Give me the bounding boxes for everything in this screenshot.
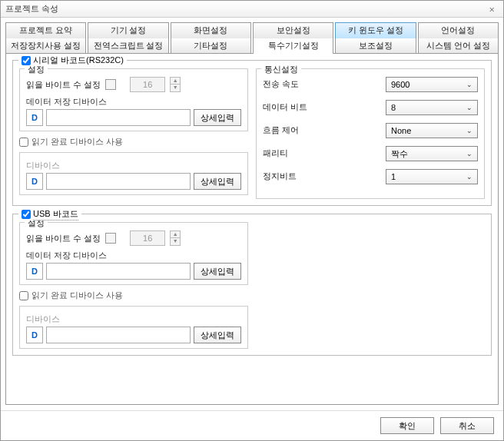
serial-data-device-input[interactable] (46, 109, 191, 126)
serial-byte-spinner: ▲ ▼ (170, 77, 181, 92)
tab-storage-usage[interactable]: 저장장치사용 설정 (5, 38, 86, 54)
usb-barcode-checkbox[interactable] (22, 210, 31, 219)
usb-byte-checkbox[interactable] (105, 233, 116, 244)
stopbit-select[interactable]: 1⌄ (386, 169, 478, 184)
serial-barcode-toggle[interactable]: 시리얼 바코드(RS232C) (18, 55, 127, 66)
parity-select[interactable]: 짝수⌄ (386, 146, 478, 161)
dialog-footer: 확인 취소 (1, 410, 503, 440)
usb-device-detail-button[interactable]: 상세입력 (194, 327, 241, 343)
databit-label: 데이터 비트 (263, 102, 312, 113)
usb-device-prefix[interactable]: D (26, 327, 43, 343)
tab-device-settings[interactable]: 기기 설정 (88, 22, 168, 38)
usb-byte-value: 16 (130, 230, 165, 246)
spinner-down-icon[interactable]: ▼ (170, 85, 181, 92)
ok-button[interactable]: 확인 (380, 417, 434, 434)
usb-barcode-section: USB 바코드 설정 읽을 바이트 수 설정 16 ▲ ▼ (12, 214, 492, 356)
usb-use-complete-label: 읽기 완료 디바이스 사용 (32, 290, 123, 301)
serial-data-device-detail-button[interactable]: 상세입력 (194, 109, 241, 126)
tabs: 프로젝트 요약 기기 설정 화면설정 보안설정 키 윈도우 설정 언어설정 저장… (1, 18, 503, 54)
tab-global-script[interactable]: 전역스크립트 설정 (88, 38, 168, 54)
serial-byte-checkbox[interactable] (105, 79, 116, 90)
usb-device-input[interactable] (46, 327, 191, 343)
usb-barcode-toggle[interactable]: USB 바코드 (18, 208, 81, 220)
usb-data-device-label: 데이터 저장 디바이스 (26, 250, 241, 261)
chevron-down-icon: ⌄ (466, 81, 472, 88)
stopbit-label: 정지비트 (263, 171, 312, 182)
titlebar: 프로젝트 속성 ⨉ (1, 1, 503, 18)
usb-settings-group: 설정 읽을 바이트 수 설정 16 ▲ ▼ 데이터 저장 디바이스 (19, 222, 248, 285)
tab-security-settings[interactable]: 보안설정 (253, 22, 333, 38)
spinner-up-icon[interactable]: ▲ (170, 230, 181, 238)
usb-data-device-input[interactable] (46, 263, 191, 280)
usb-byte-label: 읽을 바이트 수 설정 (26, 233, 101, 244)
serial-settings-group: 설정 읽을 바이트 수 설정 16 ▲ ▼ 데이터 저장 디바이스 (19, 68, 248, 131)
serial-device-prefix[interactable]: D (26, 173, 43, 190)
spinner-up-icon[interactable]: ▲ (170, 77, 181, 85)
usb-complete-device-group: 디바이스 D 상세입력 (19, 306, 248, 349)
chevron-down-icon: ⌄ (466, 173, 472, 181)
serial-comm-label: 통신설정 (261, 64, 301, 75)
usb-barcode-title: USB 바코드 (33, 208, 78, 220)
serial-data-device-label: 데이터 저장 디바이스 (26, 97, 241, 108)
usb-device-label: 디바이스 (26, 314, 241, 325)
flow-select[interactable]: None⌄ (386, 123, 478, 138)
serial-use-complete-toggle[interactable]: 읽기 완료 디바이스 사용 (19, 136, 248, 148)
chevron-down-icon: ⌄ (466, 104, 472, 111)
chevron-down-icon: ⌄ (466, 150, 472, 158)
usb-use-complete-checkbox[interactable] (19, 291, 28, 300)
tab-aux-settings[interactable]: 보조설정 (335, 38, 416, 54)
dialog-window: 프로젝트 속성 ⨉ 프로젝트 요약 기기 설정 화면설정 보안설정 키 윈도우 … (0, 0, 504, 441)
baud-select[interactable]: 9600⌄ (386, 77, 478, 92)
usb-use-complete-toggle[interactable]: 읽기 완료 디바이스 사용 (19, 290, 248, 301)
baud-label: 전송 속도 (263, 79, 312, 90)
tab-special-device[interactable]: 특수기기설정 (253, 38, 333, 54)
serial-barcode-checkbox[interactable] (22, 56, 31, 65)
serial-byte-label: 읽을 바이트 수 설정 (26, 79, 101, 91)
parity-label: 패리티 (263, 148, 312, 159)
cancel-button[interactable]: 취소 (440, 417, 494, 434)
serial-device-detail-button[interactable]: 상세입력 (194, 173, 241, 190)
serial-barcode-title: 시리얼 바코드(RS232C) (33, 55, 124, 66)
tab-system-language[interactable]: 시스템 언어 설정 (418, 38, 499, 54)
tab-language-settings[interactable]: 언어설정 (418, 22, 499, 38)
dialog-title: 프로젝트 속성 (5, 3, 485, 15)
serial-comm-group: 통신설정 전송 속도 9600⌄ 데이터 비트 8⌄ 흐름 제어 None⌄ (256, 68, 485, 199)
tab-etc-settings[interactable]: 기타설정 (171, 38, 251, 54)
chevron-down-icon: ⌄ (466, 127, 472, 134)
serial-complete-device-group: 디바이스 D 상세입력 (19, 152, 248, 195)
close-icon[interactable]: ⨉ (485, 4, 499, 14)
flow-label: 흐름 제어 (263, 125, 312, 136)
tab-content: 시리얼 바코드(RS232C) 설정 읽을 바이트 수 설정 16 ▲ (5, 53, 499, 405)
serial-byte-value: 16 (130, 77, 165, 92)
spinner-down-icon[interactable]: ▼ (170, 238, 181, 246)
serial-device-input[interactable] (46, 173, 191, 190)
tab-screen-settings[interactable]: 화면설정 (171, 22, 251, 38)
serial-data-device-prefix[interactable]: D (26, 109, 43, 126)
usb-data-device-prefix[interactable]: D (26, 263, 43, 280)
serial-use-complete-label: 읽기 완료 디바이스 사용 (32, 136, 123, 148)
serial-barcode-section: 시리얼 바코드(RS232C) 설정 읽을 바이트 수 설정 16 ▲ (12, 60, 492, 206)
tab-key-window-settings[interactable]: 키 윈도우 설정 (335, 22, 416, 38)
usb-data-device-detail-button[interactable]: 상세입력 (194, 263, 241, 280)
serial-device-label: 디바이스 (26, 161, 241, 171)
serial-use-complete-checkbox[interactable] (19, 138, 28, 147)
databit-select[interactable]: 8⌄ (386, 100, 478, 115)
tab-project-summary[interactable]: 프로젝트 요약 (5, 22, 86, 38)
usb-byte-spinner: ▲ ▼ (170, 230, 181, 246)
